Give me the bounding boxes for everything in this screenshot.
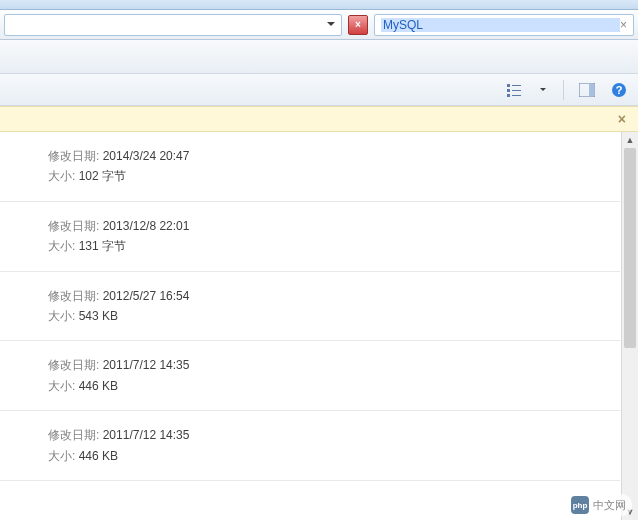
date-value: 2011/7/12 14:35	[103, 428, 190, 442]
list-item[interactable]: 修改日期: 2013/12/8 22:01 大小: 131 字节	[0, 202, 620, 272]
svg-rect-4	[507, 94, 510, 97]
date-value: 2014/3/24 20:47	[103, 149, 190, 163]
date-label: 修改日期:	[48, 219, 99, 233]
size-value: 446 KB	[79, 379, 118, 393]
php-logo-icon: php	[571, 496, 589, 514]
search-value: MySQL	[381, 18, 620, 32]
size-label: 大小:	[48, 379, 75, 393]
path-dropdown[interactable]	[4, 14, 342, 36]
svg-text:?: ?	[616, 84, 623, 96]
view-dropdown-icon[interactable]	[535, 82, 551, 98]
date-label: 修改日期:	[48, 149, 99, 163]
help-icon[interactable]: ?	[608, 79, 630, 101]
size-label: 大小:	[48, 169, 75, 183]
vertical-scrollbar[interactable]: ▲ ▼	[621, 132, 638, 520]
size-label: 大小:	[48, 449, 75, 463]
close-icon: ×	[355, 19, 361, 30]
size-value: 543 KB	[79, 309, 118, 323]
clear-search-icon[interactable]: ×	[620, 18, 627, 32]
list-item[interactable]: 修改日期: 2014/3/24 20:47 大小: 102 字节	[0, 132, 620, 202]
scroll-up-icon[interactable]: ▲	[622, 132, 638, 148]
date-value: 2012/5/27 16:54	[103, 289, 190, 303]
preview-pane-icon[interactable]	[576, 79, 598, 101]
date-label: 修改日期:	[48, 358, 99, 372]
search-input[interactable]: MySQL ×	[374, 14, 634, 36]
date-label: 修改日期:	[48, 428, 99, 442]
svg-rect-5	[512, 95, 521, 96]
date-value: 2013/12/8 22:01	[103, 219, 190, 233]
svg-rect-2	[507, 89, 510, 92]
list-item[interactable]: 修改日期: 2011/7/12 14:35 大小: 446 KB	[0, 411, 620, 481]
toolbar-separator	[563, 80, 564, 100]
size-value: 131 字节	[79, 239, 126, 253]
watermark-text: 中文网	[593, 498, 626, 513]
size-value: 102 字节	[79, 169, 126, 183]
svg-rect-1	[512, 85, 521, 86]
watermark: php 中文网	[565, 494, 632, 516]
notification-bar: ×	[0, 106, 638, 132]
scroll-thumb[interactable]	[624, 148, 636, 348]
size-label: 大小:	[48, 239, 75, 253]
list-item[interactable]: 修改日期: 2011/7/12 14:35 大小: 446 KB	[0, 341, 620, 411]
date-value: 2011/7/12 14:35	[103, 358, 190, 372]
menu-spacer	[0, 40, 638, 74]
close-notification-icon[interactable]: ×	[618, 111, 626, 127]
address-toolbar: × MySQL ×	[0, 10, 638, 40]
stop-button[interactable]: ×	[348, 15, 368, 35]
svg-rect-3	[512, 90, 521, 91]
chevron-down-icon[interactable]	[323, 17, 339, 33]
size-label: 大小:	[48, 309, 75, 323]
size-value: 446 KB	[79, 449, 118, 463]
view-toolbar: ?	[0, 74, 638, 106]
file-list: 修改日期: 2014/3/24 20:47 大小: 102 字节 修改日期: 2…	[0, 132, 638, 520]
window-titlebar	[0, 0, 638, 10]
list-item[interactable]: 修改日期: 2012/5/27 16:54 大小: 543 KB	[0, 272, 620, 342]
svg-rect-0	[507, 84, 510, 87]
view-options-icon[interactable]	[503, 79, 525, 101]
svg-rect-7	[589, 84, 594, 96]
date-label: 修改日期:	[48, 289, 99, 303]
